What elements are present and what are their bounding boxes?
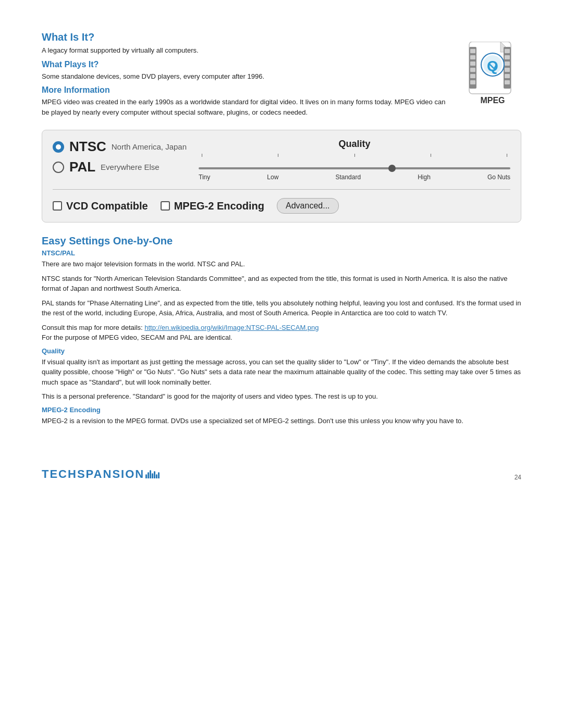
logo-text: Techspansion — [42, 467, 144, 481]
ntsc-sublabel: North America, Japan — [112, 142, 187, 151]
quality-subtitle: Quality — [42, 347, 521, 355]
svg-rect-10 — [505, 49, 510, 53]
svg-rect-12 — [505, 61, 510, 66]
quality-label-gonuts: Go Nuts — [487, 174, 510, 181]
wave-bar-5 — [154, 471, 155, 478]
tick-gonuts — [507, 154, 507, 157]
mpeg2-encoding-checkbox[interactable] — [161, 201, 170, 211]
what-is-it-body: A legacy format supported by virtually a… — [42, 45, 454, 56]
ntscpal-p2: NTSC stands for "North American Televisi… — [42, 274, 521, 294]
pal-radio-button[interactable] — [53, 162, 64, 173]
mpeg2-p1: MPEG-2 is a revision to the MPEG format.… — [42, 416, 521, 426]
quality-slider-track[interactable] — [199, 167, 510, 169]
what-plays-it-body: Some standalone devices, some DVD player… — [42, 71, 454, 82]
top-section: What Is It? A legacy format supported by… — [42, 31, 521, 121]
svg-rect-5 — [470, 61, 475, 66]
svg-rect-7 — [470, 74, 475, 78]
quality-area: Quality Tiny Low Standard High Go Nuts — [188, 139, 510, 181]
svg-rect-4 — [470, 55, 475, 59]
ntscpal-subtitle: NTSC/PAL — [42, 249, 521, 257]
mpeg2-label: MPEG-2 Encoding — [174, 200, 264, 212]
quality-p2: This is a personal preference. "Standard… — [42, 391, 521, 402]
more-information-title: More Information — [42, 85, 454, 95]
svg-text:MPEG: MPEG — [480, 96, 505, 105]
quality-title: Quality — [199, 139, 510, 150]
ntscpal-p1: There are two major television formats i… — [42, 259, 521, 269]
svg-rect-8 — [470, 80, 475, 84]
mpeg2-subtitle: MPEG-2 Encoding — [42, 406, 521, 414]
mpeg2-encoding-checkbox-item[interactable]: MPEG-2 Encoding — [161, 200, 264, 212]
ntscpal-link[interactable]: http://en.wikipedia.org/wiki/Image:NTSC-… — [144, 324, 319, 331]
tick-tiny — [202, 154, 202, 157]
logo-waves — [145, 470, 160, 478]
checkbox-row: VCD Compatible MPEG-2 Encoding Advanced.… — [53, 198, 510, 214]
quality-label-standard: Standard — [335, 174, 361, 181]
pal-sublabel: Everywhere Else — [101, 163, 160, 171]
wave-bar-3 — [150, 470, 151, 478]
svg-rect-11 — [505, 55, 510, 59]
pal-label: PAL — [69, 159, 95, 175]
wave-bar-2 — [148, 472, 149, 478]
svg-rect-15 — [505, 80, 510, 84]
quality-slider-thumb[interactable] — [388, 165, 396, 172]
top-text: What Is It? A legacy format supported by… — [42, 31, 454, 121]
quality-label-high: High — [418, 174, 431, 181]
quality-labels: Tiny Low Standard High Go Nuts — [199, 174, 510, 181]
svg-rect-3 — [470, 49, 475, 53]
mpeg-icon: Q MPEG — [464, 42, 521, 109]
quality-label-tiny: Tiny — [199, 174, 210, 181]
ntscpal-p4: Consult this map for more details: http:… — [42, 323, 521, 343]
what-is-it-title: What Is It? — [42, 31, 454, 43]
vcd-compatible-checkbox-item[interactable]: VCD Compatible — [53, 200, 148, 212]
more-information-body: MPEG video was created in the early 1990… — [42, 97, 454, 117]
footer: Techspansion 24 — [42, 467, 521, 481]
wave-bar-6 — [156, 474, 157, 478]
wave-bar-4 — [152, 473, 153, 478]
ntscpal-p4-suffix: For the purpose of MPEG video, SECAM and… — [42, 334, 232, 341]
tick-high — [431, 154, 431, 157]
svg-rect-6 — [470, 68, 475, 72]
advanced-button[interactable]: Advanced... — [277, 198, 339, 214]
easy-settings-title: Easy Settings One-by-One — [42, 235, 521, 247]
settings-panel: NTSC North America, Japan PAL Everywhere… — [42, 130, 521, 223]
svg-rect-14 — [505, 74, 510, 78]
logo-area: Techspansion — [42, 467, 160, 481]
easy-settings-section: Easy Settings One-by-One NTSC/PAL There … — [42, 235, 521, 426]
what-plays-it-title: What Plays It? — [42, 60, 454, 69]
tick-standard — [354, 154, 355, 157]
wave-bar-7 — [158, 472, 160, 478]
pal-radio-item[interactable]: PAL Everywhere Else — [53, 159, 188, 175]
quality-p1: If visual quality isn't as important as … — [42, 357, 521, 388]
ntscpal-p3: PAL stands for "Phase Alternating Line",… — [42, 298, 521, 318]
ntsc-radio-button[interactable] — [53, 141, 64, 153]
svg-rect-13 — [505, 68, 510, 72]
vcd-compatible-checkbox[interactable] — [53, 201, 62, 211]
ntscpal-p4-prefix: Consult this map for more details: — [42, 324, 144, 331]
tick-low — [278, 154, 278, 157]
ntsc-radio-item[interactable]: NTSC North America, Japan — [53, 139, 188, 155]
format-radio-group: NTSC North America, Japan PAL Everywhere… — [53, 139, 188, 175]
vcd-label: VCD Compatible — [66, 200, 148, 212]
quality-label-low: Low — [267, 174, 278, 181]
svg-text:Q: Q — [487, 58, 498, 74]
ntsc-label: NTSC — [69, 139, 106, 155]
wave-bar-1 — [145, 474, 147, 478]
settings-divider — [53, 189, 510, 190]
page-number: 24 — [515, 474, 521, 481]
